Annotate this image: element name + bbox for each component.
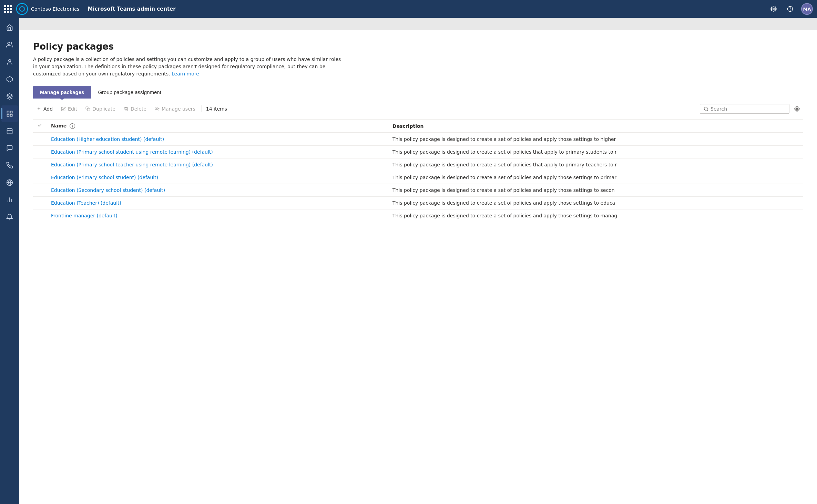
row-desc-4: This policy package is designed to creat… xyxy=(388,184,803,197)
logo-area: Contoso Electronics xyxy=(16,3,80,15)
svg-rect-7 xyxy=(7,111,9,113)
learn-more-link[interactable]: Learn more xyxy=(172,71,199,76)
page-content: Policy packages A policy package is a co… xyxy=(19,30,817,504)
search-input[interactable] xyxy=(711,106,786,112)
settings-icon xyxy=(794,106,800,112)
svg-point-0 xyxy=(17,3,28,14)
delete-icon xyxy=(124,106,129,111)
table-row: Education (Teacher) (default) This polic… xyxy=(33,197,803,209)
items-count: 14 items xyxy=(206,106,227,112)
row-check-5[interactable] xyxy=(33,197,47,209)
th-name: Name i xyxy=(47,120,388,133)
edit-icon xyxy=(61,106,66,111)
svg-point-4 xyxy=(8,42,10,45)
svg-line-27 xyxy=(707,110,708,111)
delete-button[interactable]: Delete xyxy=(120,104,150,114)
packages-table: Name i Description Education (Higher edu… xyxy=(33,120,803,222)
topbar: Contoso Electronics Microsoft Teams admi… xyxy=(0,0,817,18)
sidebar-item-teams[interactable] xyxy=(1,37,18,53)
tab-group-assignment[interactable]: Group package assignment xyxy=(91,86,168,99)
row-check-2[interactable] xyxy=(33,158,47,171)
svg-point-1 xyxy=(773,8,775,10)
sidebar-item-packages[interactable] xyxy=(1,105,18,122)
row-name-6[interactable]: Frontline manager (default) xyxy=(47,209,388,222)
user-avatar[interactable]: MA xyxy=(801,3,813,15)
table-row: Education (Primary school student) (defa… xyxy=(33,171,803,184)
svg-point-26 xyxy=(704,107,707,110)
content-area: Policy packages A policy package is a co… xyxy=(19,18,817,504)
sidebar-item-home[interactable] xyxy=(1,19,18,36)
package-link-6[interactable]: Frontline manager (default) xyxy=(51,213,118,218)
package-link-2[interactable]: Education (Primary school teacher using … xyxy=(51,162,213,167)
sidebar-item-meetings[interactable] xyxy=(1,123,18,139)
row-name-3[interactable]: Education (Primary school student) (defa… xyxy=(47,171,388,184)
tab-manage-packages[interactable]: Manage packages xyxy=(33,86,91,99)
table-header-row: Name i Description xyxy=(33,120,803,133)
sidebar-item-locations[interactable] xyxy=(1,174,18,191)
delete-label: Delete xyxy=(131,106,146,112)
help-button[interactable] xyxy=(785,3,796,14)
row-desc-0: This policy package is designed to creat… xyxy=(388,133,803,146)
row-name-1[interactable]: Education (Primary school student using … xyxy=(47,146,388,158)
table-row: Education (Secondary school student) (de… xyxy=(33,184,803,197)
sidebar-item-analytics[interactable] xyxy=(1,192,18,208)
duplicate-icon xyxy=(85,106,90,111)
svg-point-23 xyxy=(156,107,157,109)
package-link-5[interactable]: Education (Teacher) (default) xyxy=(51,200,121,206)
tabs-container: Manage packages Group package assignment xyxy=(33,86,803,99)
search-icon xyxy=(704,106,708,111)
name-info-icon[interactable]: i xyxy=(70,123,75,129)
subnav-bar xyxy=(19,18,817,30)
sidebar-item-voice[interactable] xyxy=(1,157,18,174)
table-row: Education (Higher education student) (de… xyxy=(33,133,803,146)
table-row: Education (Primary school teacher using … xyxy=(33,158,803,171)
table-row: Education (Primary school student using … xyxy=(33,146,803,158)
sidebar-item-apps[interactable] xyxy=(1,88,18,105)
page-title: Policy packages xyxy=(33,41,803,52)
edit-button[interactable]: Edit xyxy=(58,104,81,114)
topbar-actions: MA xyxy=(768,3,813,15)
page-description: A policy package is a collection of poli… xyxy=(33,56,343,78)
manage-users-icon xyxy=(155,106,160,111)
svg-rect-8 xyxy=(10,111,12,113)
add-label: Add xyxy=(43,106,53,112)
manage-users-button[interactable]: Manage users xyxy=(151,104,199,114)
sidebar-item-groups[interactable] xyxy=(1,71,18,88)
row-desc-3: This policy package is designed to creat… xyxy=(388,171,803,184)
check-all-icon xyxy=(37,123,42,128)
add-icon xyxy=(37,106,41,111)
row-check-0[interactable] xyxy=(33,133,47,146)
teams-logo-icon xyxy=(16,3,28,15)
package-link-0[interactable]: Education (Higher education student) (de… xyxy=(51,136,164,142)
duplicate-button[interactable]: Duplicate xyxy=(82,104,119,114)
row-name-5[interactable]: Education (Teacher) (default) xyxy=(47,197,388,209)
th-check xyxy=(33,120,47,133)
row-name-0[interactable]: Education (Higher education student) (de… xyxy=(47,133,388,146)
th-name-label: Name xyxy=(51,123,67,128)
row-name-4[interactable]: Education (Secondary school student) (de… xyxy=(47,184,388,197)
sidebar-item-users[interactable] xyxy=(1,54,18,70)
toolbar: Add Edit Duplicate xyxy=(33,99,803,120)
package-link-1[interactable]: Education (Primary school student using … xyxy=(51,149,213,155)
package-link-3[interactable]: Education (Primary school student) (defa… xyxy=(51,175,158,180)
row-desc-1: This policy package is designed to creat… xyxy=(388,146,803,158)
package-link-4[interactable]: Education (Secondary school student) (de… xyxy=(51,187,165,193)
sidebar-item-messaging[interactable] xyxy=(1,140,18,156)
add-button[interactable]: Add xyxy=(33,104,56,114)
row-name-2[interactable]: Education (Primary school teacher using … xyxy=(47,158,388,171)
row-check-1[interactable] xyxy=(33,146,47,158)
sidebar-item-notifications[interactable] xyxy=(1,209,18,225)
svg-point-5 xyxy=(9,60,11,62)
row-desc-6: This policy package is designed to creat… xyxy=(388,209,803,222)
row-check-3[interactable] xyxy=(33,171,47,184)
svg-rect-11 xyxy=(7,128,12,134)
app-launcher-icon[interactable] xyxy=(4,5,12,13)
table-row: Frontline manager (default) This policy … xyxy=(33,209,803,222)
row-check-4[interactable] xyxy=(33,184,47,197)
row-check-6[interactable] xyxy=(33,209,47,222)
table-settings-button[interactable] xyxy=(791,103,803,115)
brand-name: Contoso Electronics xyxy=(31,6,80,12)
svg-rect-22 xyxy=(87,108,90,111)
duplicate-label: Duplicate xyxy=(92,106,115,112)
settings-button[interactable] xyxy=(768,3,779,14)
